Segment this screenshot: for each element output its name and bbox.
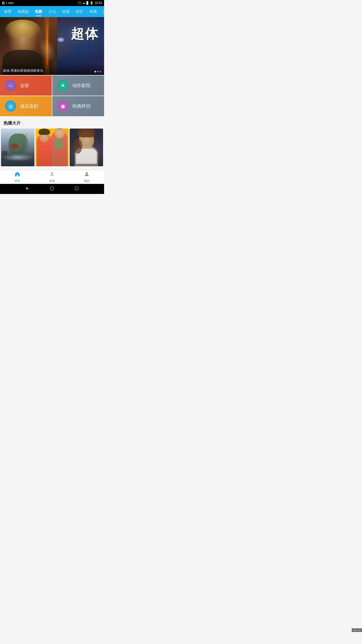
tab-tv[interactable]: 电视剧 — [15, 6, 32, 17]
svg-rect-4 — [75, 187, 78, 190]
category-classic-label: 经典怀旧 — [72, 103, 90, 109]
movie-card-3[interactable] — [70, 129, 103, 166]
movie-thumb-2 — [35, 129, 69, 166]
movie-card-1[interactable]: 🚁 — [1, 129, 34, 166]
category-grid: ··· 全部 ✦ 动作影院 ◎ 减压喜剧 ◉ 经典怀旧 — [0, 75, 104, 116]
bottom-nav-mine-label: 我的 — [84, 179, 89, 183]
hero-title: 超体 — [71, 27, 99, 40]
bottom-nav-local[interactable]: 本地 — [35, 170, 69, 184]
tab-kids[interactable]: 少儿 — [46, 6, 59, 17]
hot-section-title: 热播大片 — [4, 120, 21, 126]
category-action[interactable]: ✦ 动作影院 — [52, 75, 104, 96]
movie-thumb-3 — [70, 129, 103, 166]
movie-thumb-1: 🚁 — [1, 129, 34, 166]
category-action-icon: ✦ — [57, 80, 68, 91]
tab-news[interactable]: 奇闻 — [86, 6, 100, 17]
comedy-icon-symbol: ◎ — [9, 103, 13, 109]
recents-button[interactable] — [74, 186, 79, 192]
wifi-icon: ▲ — [82, 1, 85, 5]
category-action-label: 动作影院 — [72, 83, 90, 89]
hero-dot-2[interactable] — [97, 71, 99, 72]
bottom-nav-local-label: 本地 — [49, 179, 55, 183]
tab-anime[interactable]: 动漫 — [59, 6, 73, 17]
bottom-nav-mine[interactable]: 我的 — [69, 170, 104, 184]
hero-dots — [95, 71, 101, 72]
tab-recommend[interactable]: 推荐 — [1, 6, 15, 17]
spacer — [0, 167, 104, 170]
hero-dot-3[interactable] — [100, 71, 101, 72]
vibrate-icon: 📳 — [78, 1, 81, 5]
battery-icon: 🔋 — [90, 1, 94, 5]
category-comedy-label: 减压喜剧 — [20, 103, 38, 109]
signal-icon: ▊ — [86, 1, 89, 5]
category-all-icon: ··· — [5, 80, 16, 91]
category-all-label: 全部 — [20, 83, 29, 89]
category-comedy-icon: ◎ — [5, 101, 16, 112]
hot-section-header[interactable]: 热播大片 › — [0, 117, 104, 129]
all-icon-symbol: ··· — [9, 83, 13, 89]
android-nav — [0, 184, 104, 194]
network-speed: 1 KB/s — [6, 2, 14, 5]
status-left: 🖼 1 KB/s — [2, 2, 14, 5]
nav-tabs: 推荐 电视剧 电影 少儿 动漫 综艺 奇闻 侃 — [0, 6, 104, 17]
svg-point-1 — [86, 172, 88, 174]
hot-section-arrow: › — [22, 121, 23, 126]
tab-variety[interactable]: 综艺 — [73, 6, 86, 17]
status-bar: 🖼 1 KB/s 📳 ▲ ▊ 🔋 18:53 — [0, 0, 104, 6]
category-comedy[interactable]: ◎ 减压喜剧 — [0, 96, 52, 116]
svg-rect-0 — [50, 175, 54, 176]
hero-dot-1[interactable] — [95, 71, 96, 72]
hero-banner[interactable]: 超体 超体:黑寡妇斯嘉丽炫酷复仇 — [0, 17, 104, 75]
download-icon — [49, 171, 55, 178]
home-icon — [15, 171, 20, 178]
category-classic[interactable]: ◉ 经典怀旧 — [52, 96, 104, 116]
classic-icon-symbol: ◉ — [61, 103, 65, 109]
hero-overlay-bottom: 超体:黑寡妇斯嘉丽炫酷复仇 — [0, 62, 104, 75]
user-icon — [84, 171, 89, 178]
category-all[interactable]: ··· 全部 — [0, 75, 52, 96]
time-display: 18:53 — [95, 1, 102, 5]
tab-movie[interactable]: 电影 — [32, 6, 46, 17]
bottom-nav: 推荐 本地 我的 — [0, 170, 104, 184]
status-right: 📳 ▲ ▊ 🔋 18:53 — [78, 1, 102, 5]
movie-grid: 🚁 — [0, 129, 104, 167]
category-classic-icon: ◉ — [57, 101, 68, 112]
bottom-nav-recommend-label: 推荐 — [15, 179, 20, 183]
bottom-nav-recommend[interactable]: 推荐 — [0, 170, 35, 184]
hero-caption: 超体:黑寡妇斯嘉丽炫酷复仇 — [3, 68, 43, 73]
action-icon-symbol: ✦ — [61, 83, 65, 89]
movie-card-2[interactable] — [35, 129, 69, 166]
tab-more[interactable]: 侃 — [100, 6, 104, 17]
screenshot-icon: 🖼 — [2, 2, 5, 5]
home-button[interactable] — [50, 186, 54, 192]
svg-point-3 — [50, 187, 54, 190]
back-button[interactable] — [25, 186, 30, 192]
